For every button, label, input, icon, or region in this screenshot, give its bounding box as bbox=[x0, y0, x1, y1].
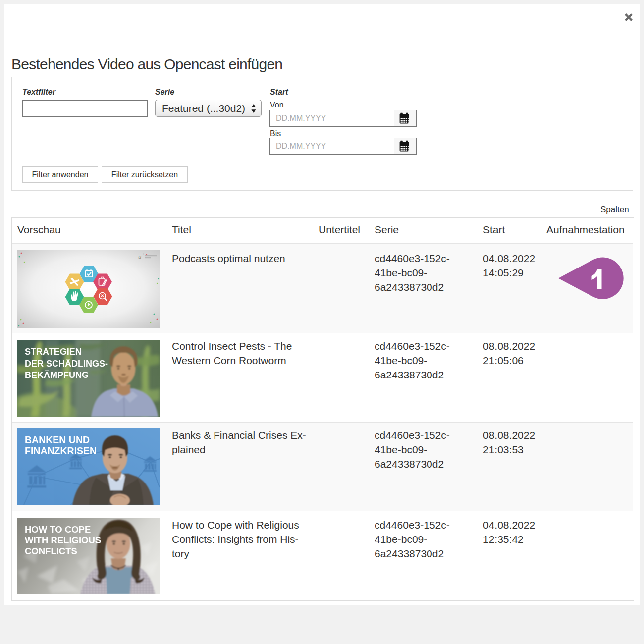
svg-text:FINANZKRISEN: FINANZKRISEN bbox=[25, 445, 97, 456]
svg-text:u: u bbox=[138, 253, 142, 260]
svg-text:BEKÄMPFUNG: BEKÄMPFUNG bbox=[25, 370, 89, 380]
svg-text:WITH RELIGIOUS: WITH RELIGIOUS bbox=[25, 535, 101, 545]
svg-text:DER SCHÄDLINGS-: DER SCHÄDLINGS- bbox=[25, 359, 108, 369]
svg-text:CONFLICTS: CONFLICTS bbox=[25, 546, 77, 556]
svg-text:BANKEN UND: BANKEN UND bbox=[25, 434, 90, 445]
svg-text:HOW TO COPE: HOW TO COPE bbox=[25, 524, 91, 535]
svg-text:STRATEGIEN: STRATEGIEN bbox=[25, 347, 82, 357]
